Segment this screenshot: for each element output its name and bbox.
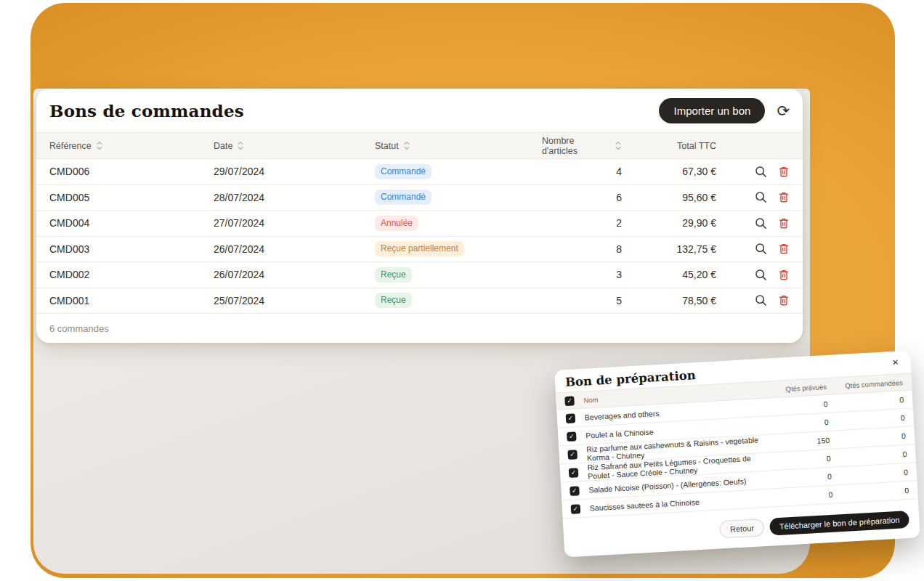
import-order-button[interactable]: Importer un bon <box>659 98 765 123</box>
item-qty-planned: 0 <box>774 472 832 484</box>
close-icon[interactable]: ✕ <box>891 357 901 368</box>
order-articles-count: 2 <box>542 217 622 229</box>
item-checkbox[interactable]: ✓ <box>570 486 580 496</box>
order-date: 29/07/2024 <box>214 166 375 177</box>
order-status-cell: Commandé <box>375 190 542 205</box>
orders-header: Bons de commandes Importer un bon ⟳ <box>36 89 803 132</box>
order-reference: CMD003 <box>49 243 214 255</box>
column-header-status[interactable]: Statut <box>375 141 542 151</box>
orders-panel: Bons de commandes Importer un bon ⟳ Réfé… <box>36 89 803 343</box>
table-row: CMD001 25/07/2024 Reçue 5 78,50 € <box>36 288 803 314</box>
order-reference: CMD006 <box>49 166 214 177</box>
status-badge: Reçue partiellement <box>375 241 464 256</box>
table-row: CMD004 27/07/2024 Annulée 2 29,90 € <box>36 211 803 237</box>
page-title: Bons de commandes <box>49 101 244 121</box>
item-qty-ordered: 0 <box>830 431 907 444</box>
row-actions <box>716 217 790 229</box>
order-articles-count: 4 <box>542 166 622 177</box>
order-total: 45,20 € <box>622 269 716 280</box>
table-row: CMD003 26/07/2024 Reçue partiellement 8 … <box>36 237 803 263</box>
table-row: CMD002 26/07/2024 Reçue 3 45,20 € <box>36 262 803 288</box>
view-order-button[interactable] <box>755 243 767 255</box>
column-header-articles[interactable]: Nombre d'articles <box>542 136 622 156</box>
prep-checkbox-cell: ✓ <box>567 449 587 460</box>
table-row: CMD005 28/07/2024 Commandé 6 95,60 € <box>36 185 803 211</box>
order-date: 27/07/2024 <box>214 217 375 229</box>
table-body: CMD006 29/07/2024 Commandé 4 67,30 € <box>36 159 803 314</box>
row-actions <box>716 269 790 281</box>
order-status-cell: Annulée <box>375 216 542 231</box>
view-order-button[interactable] <box>755 269 767 281</box>
prep-checkbox-cell: ✓ <box>566 413 585 423</box>
status-badge: Reçue <box>375 267 412 283</box>
sort-icon <box>403 141 410 150</box>
item-checkbox[interactable]: ✓ <box>571 504 581 514</box>
delete-order-button[interactable] <box>778 269 790 281</box>
item-checkbox[interactable]: ✓ <box>567 450 578 460</box>
status-badge: Commandé <box>375 164 431 179</box>
prep-checkbox-cell: ✓ <box>567 431 586 442</box>
column-header-reference[interactable]: Référence <box>49 141 214 151</box>
sort-icon <box>615 141 622 150</box>
item-checkbox[interactable]: ✓ <box>567 431 577 442</box>
order-reference: CMD001 <box>49 295 214 306</box>
order-articles-count: 5 <box>542 295 622 306</box>
status-badge: Reçue <box>375 293 412 308</box>
prep-header-checkbox-cell: ✓ <box>564 395 584 405</box>
status-badge: Annulée <box>375 216 418 231</box>
view-order-button[interactable] <box>755 294 767 306</box>
orders-count: 6 commandes <box>36 314 803 343</box>
view-order-button[interactable] <box>755 191 767 203</box>
order-reference: CMD004 <box>49 217 214 229</box>
item-qty-planned: 0 <box>771 418 830 429</box>
delete-order-button[interactable] <box>778 217 790 229</box>
prep-column-qty-ordered: Qtés commandées <box>827 378 903 391</box>
view-order-button[interactable] <box>755 166 767 178</box>
order-articles-count: 6 <box>542 192 622 203</box>
delete-order-button[interactable] <box>778 166 790 178</box>
status-badge: Commandé <box>375 190 431 205</box>
prep-table-body: ✓ Beverages and others 0 0 ✓ Poulet a la… <box>556 390 918 519</box>
row-actions <box>716 294 790 306</box>
order-status-cell: Commandé <box>375 164 542 179</box>
item-qty-planned: 150 <box>771 436 830 447</box>
back-button[interactable]: Retour <box>719 519 764 538</box>
header-actions: Importer un bon ⟳ <box>659 98 790 123</box>
delete-order-button[interactable] <box>778 191 790 203</box>
row-actions <box>716 243 790 255</box>
order-status-cell: Reçue <box>375 267 542 283</box>
prep-checkbox-cell: ✓ <box>570 485 589 496</box>
refresh-icon[interactable]: ⟳ <box>777 103 790 118</box>
item-qty-ordered: 0 <box>832 486 909 499</box>
delete-order-button[interactable] <box>778 294 790 306</box>
order-date: 28/07/2024 <box>214 192 375 203</box>
prep-checkbox-cell: ✓ <box>569 467 588 478</box>
prep-column-qty-planned: Qtés prévues <box>769 382 827 393</box>
order-total: 132,75 € <box>622 243 716 255</box>
order-status-cell: Reçue <box>375 293 542 308</box>
item-qty-ordered: 0 <box>830 450 907 463</box>
view-order-button[interactable] <box>755 217 767 229</box>
order-total: 67,30 € <box>622 166 716 177</box>
prep-checkbox-cell: ✓ <box>570 503 590 513</box>
column-header-date[interactable]: Date <box>214 141 375 151</box>
row-actions <box>716 166 790 178</box>
table-row: CMD006 29/07/2024 Commandé 4 67,30 € <box>36 159 803 185</box>
delete-order-button[interactable] <box>778 243 790 255</box>
item-qty-ordered: 0 <box>827 395 904 408</box>
item-checkbox[interactable]: ✓ <box>566 413 576 423</box>
item-qty-ordered: 0 <box>828 413 905 426</box>
item-qty-planned: 0 <box>772 454 831 466</box>
item-qty-planned: 0 <box>774 490 833 502</box>
order-date: 26/07/2024 <box>214 269 375 280</box>
order-total: 78,50 € <box>622 295 716 306</box>
item-qty-planned: 0 <box>769 399 828 411</box>
select-all-checkbox[interactable]: ✓ <box>564 396 575 406</box>
row-actions <box>716 191 790 203</box>
order-date: 26/07/2024 <box>214 243 375 255</box>
order-reference: CMD005 <box>49 192 214 203</box>
item-checkbox[interactable]: ✓ <box>569 468 579 478</box>
download-prep-button[interactable]: Télécharger le bon de préparation <box>769 510 909 535</box>
preparation-panel: Bon de préparation ✕ ✓ Nom Qtés prévues … <box>554 351 920 558</box>
order-articles-count: 3 <box>542 269 622 280</box>
